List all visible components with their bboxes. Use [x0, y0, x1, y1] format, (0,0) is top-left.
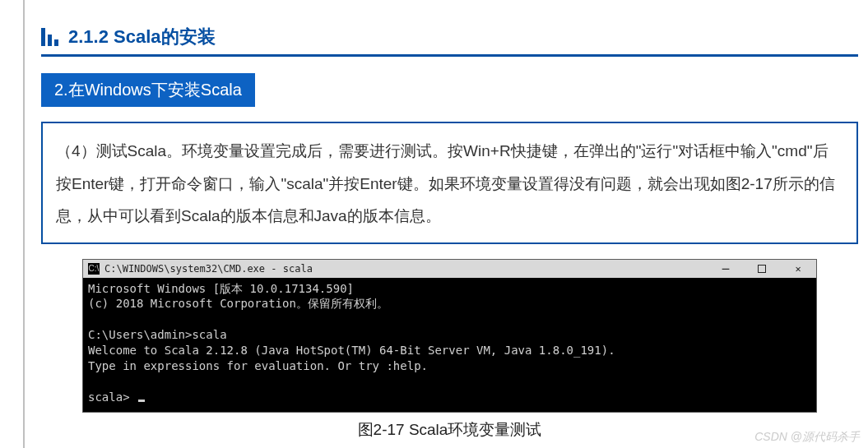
bar-chart-icon — [41, 28, 58, 46]
close-button[interactable]: ✕ — [780, 260, 816, 278]
terminal-titlebar: C:\ C:\WINDOWS\system32\CMD.exe - scala … — [83, 260, 816, 278]
subsection-heading: 2.在Windows下安装Scala — [41, 73, 255, 107]
window-controls: ─ ✕ — [708, 260, 816, 278]
section-title: 2.1.2 Scala的安装 — [68, 25, 216, 49]
terminal-line: Microsoft Windows [版本 10.0.17134.590] — [88, 282, 354, 295]
section-heading: 2.1.2 Scala的安装 — [41, 25, 858, 57]
maximize-icon — [758, 265, 766, 273]
terminal-line: C:\Users\admin>scala — [88, 328, 227, 341]
terminal-line: Type in expressions for evaluation. Or t… — [88, 359, 428, 372]
terminal-title: C:\WINDOWS\system32\CMD.exe - scala — [104, 263, 708, 275]
terminal-figure: C:\ C:\WINDOWS\system32\CMD.exe - scala … — [82, 259, 817, 413]
section-name: Scala的安装 — [114, 26, 216, 47]
terminal-prompt: scala> — [88, 390, 137, 404]
minimize-button[interactable]: ─ — [708, 260, 744, 278]
instruction-text: （4）测试Scala。环境变量设置完成后，需要进行测试。按Win+R快捷键，在弹… — [56, 135, 843, 233]
maximize-button[interactable] — [744, 260, 780, 278]
cmd-icon: C:\ — [88, 263, 100, 275]
svg-rect-0 — [759, 265, 766, 272]
terminal-body: Microsoft Windows [版本 10.0.17134.590] (c… — [83, 278, 816, 412]
terminal-line: (c) 2018 Microsoft Corporation。保留所有权利。 — [88, 297, 388, 310]
vertical-divider — [23, 0, 25, 448]
figure-caption: 图2-17 Scala环境变量测试 — [41, 419, 858, 441]
terminal-cursor — [138, 400, 145, 402]
document-content: 2.1.2 Scala的安装 2.在Windows下安装Scala （4）测试S… — [41, 0, 868, 441]
instruction-box: （4）测试Scala。环境变量设置完成后，需要进行测试。按Win+R快捷键，在弹… — [41, 122, 858, 244]
terminal-window: C:\ C:\WINDOWS\system32\CMD.exe - scala … — [82, 259, 817, 413]
section-number: 2.1.2 — [68, 26, 109, 47]
terminal-line: Welcome to Scala 2.12.8 (Java HotSpot(TM… — [88, 344, 615, 357]
